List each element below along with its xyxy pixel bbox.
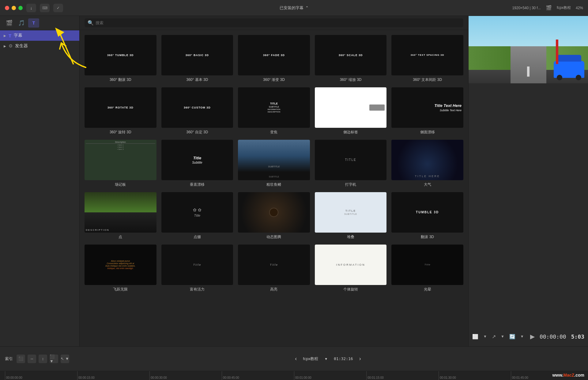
titlebar-center: 已安装的字幕 ⌃ [280, 5, 309, 11]
analyze-dropdown[interactable]: ▼ [520, 334, 524, 339]
tick-4: 00:01:00:00 [294, 371, 366, 380]
thumb-tumble-3d: TUMBLE 3D [391, 192, 463, 233]
search-input[interactable] [96, 21, 460, 25]
list-item[interactable]: Title Text Here Subtitle Text Here 侧面漂移 [391, 87, 463, 135]
clip-height-button[interactable]: ↕ [39, 355, 47, 363]
transform-button[interactable]: ↗ [492, 334, 496, 340]
video-scene [469, 16, 588, 83]
label-bold-scroll: 粗壮鱼鳍 [238, 182, 310, 187]
tick-3: 00:00:45:00 [222, 371, 294, 380]
download-button[interactable]: ↓ [26, 4, 36, 12]
installed-captions-label: 已安装的字幕 [280, 5, 303, 11]
list-item[interactable]: SUBTITLE SUBTITLE 粗壮鱼鳍 [238, 140, 310, 187]
list-item[interactable]: Title Subtitle 垂直漂移 [161, 140, 233, 187]
tick-6: 00:01:30:00 [439, 371, 511, 380]
preview-video [469, 16, 588, 83]
index-label[interactable]: 索引 [5, 356, 13, 362]
browser-area: 🔍 360° TUMBLE 3D 360° 翻滚 3D 360° BASIC 3… [80, 16, 469, 346]
check-button[interactable]: ✓ [53, 4, 63, 12]
label-360-rotate-3d: 360° 旋转 3D [85, 130, 156, 135]
sidebar: 🎬 🎵 T ▶ T 字幕 ▶ ⚙ 发生器 [0, 16, 80, 346]
list-item[interactable]: Title 富有活力 [161, 245, 233, 292]
expand-arrow-2: ▶ [4, 44, 6, 48]
minimize-button[interactable] [12, 6, 16, 10]
clip-appearance-button[interactable]: ⬛ [17, 355, 25, 363]
tab-media[interactable]: 🎬 [4, 18, 15, 28]
list-item[interactable]: TITLE SUBTITLE 堆叠 [315, 192, 387, 240]
list-item[interactable]: ✿ ✿ Title 点缀 [161, 192, 233, 240]
list-item[interactable]: TUMBLE 3D 翻滚 3D [391, 192, 463, 240]
thumb-individual-rotate: INFORMATION [315, 245, 387, 285]
list-item[interactable]: 侧边标签 [315, 87, 387, 135]
search-icon: 🔍 [88, 20, 94, 26]
sidebar-item-generators[interactable]: ▶ ⚙ 发生器 [0, 41, 79, 51]
watermark-prefix: www. [552, 373, 563, 378]
label-360-tumble-3d: 360° 翻滚 3D [85, 77, 156, 82]
list-item[interactable]: 360° SCALE 3D 360° 缩放 3D [315, 35, 387, 82]
thumb-360-custom-3d: 360° CUSTOM 3D [161, 87, 233, 128]
label-side-float: 侧面漂移 [391, 130, 463, 135]
nav-right-button[interactable]: › [359, 355, 361, 362]
view-options-button[interactable]: ⬛ ▼ [50, 355, 58, 363]
list-item[interactable]: 360° ROTATE 3D 360° 旋转 3D [85, 87, 156, 135]
preview-area: ⬜ ▼ ↗ ▼ 🔄 ▼ ▶ 00:00:00 5:03 [469, 16, 588, 346]
list-item[interactable]: Title 高亮 [238, 245, 310, 292]
list-item[interactable]: 360° CUSTOM 3D 360° 自定 3D [161, 87, 233, 135]
label-360-basic-3d: 360° 基本 3D [161, 77, 233, 82]
dropdown-arrow[interactable]: ⌃ [305, 6, 309, 10]
list-item[interactable]: Abus volutpat purus Consectetur adipisci… [85, 245, 156, 292]
select-tool[interactable]: ↖ ▼ [61, 355, 69, 363]
list-item[interactable]: 360° TEXT SPACING 3D 360° 文本间距 3D [391, 35, 463, 82]
list-item[interactable]: 360° BASIC 3D 360° 基本 3D [161, 35, 233, 82]
tick-0: 00:00:00:00 [5, 371, 77, 380]
timestamp-label: 01:32:16 [334, 356, 353, 361]
list-item[interactable]: 动态图腾 [238, 192, 310, 240]
thumb-typewriter: TITLE [315, 140, 387, 180]
label-vertical-drift: 垂直漂移 [161, 182, 233, 187]
sidebar-item-captions[interactable]: ▶ T 字幕 [0, 30, 79, 41]
transform-dropdown[interactable]: ▼ [501, 334, 504, 339]
tick-1: 00:00:15:00 [77, 371, 149, 380]
crop-button[interactable]: ⬜ [472, 334, 478, 340]
list-item[interactable]: 360° FADE 3D 360° 渐变 3D [238, 35, 310, 82]
label-360-scale-3d: 360° 缩放 3D [315, 77, 387, 82]
label-fly-unlimited: 飞跃无限 [85, 287, 156, 292]
titlebar: ↓ ⌨ ✓ 已安装的字幕 ⌃ 1920×540 | 30 f... 🎬 fcpx… [0, 0, 588, 16]
watermark-brand: MacZ [564, 373, 575, 378]
list-item[interactable]: INFORMATION 个体旋转 [315, 245, 387, 292]
maximize-button[interactable] [18, 6, 23, 10]
label-lively: 富有活力 [161, 287, 233, 292]
thumb-side-label [315, 87, 387, 128]
tick-5: 00:01:15:00 [366, 371, 439, 380]
thumb-360-scale-3d: 360° SCALE 3D [315, 35, 387, 75]
tab-audio[interactable]: 🎵 [16, 18, 27, 28]
list-item[interactable]: Title 光晕 [391, 245, 463, 292]
thumb-fly-unlimited: Abus volutpat purus Consectetur adipisci… [85, 245, 156, 285]
label-360-fade-3d: 360° 渐变 3D [238, 77, 310, 82]
list-item[interactable]: TITLE 打字机 [315, 140, 387, 187]
bottom-bar: 索引 ⬛ ↔ ↕ ⬛ ▼ ↖ ▼ ‹ fcpx教程 ▼ 01:32:16 › [0, 346, 588, 371]
video-icon: 🎬 [546, 5, 552, 11]
project-dropdown[interactable]: ▼ [324, 357, 328, 361]
list-item[interactable]: Description • Item 1 • Item 2 • Item 3 场… [85, 140, 156, 187]
list-item[interactable]: 360° TUMBLE 3D 360° 翻滚 3D [85, 35, 156, 82]
list-item[interactable]: DESCRIPTION 点 [85, 192, 156, 240]
nav-left-button[interactable]: ‹ [295, 355, 297, 362]
key-button[interactable]: ⌨ [40, 4, 50, 12]
thumb-clapboard: Description • Item 1 • Item 2 • Item 3 [85, 140, 156, 180]
thumb-dynamic-totem [238, 192, 310, 233]
close-button[interactable] [5, 6, 9, 10]
label-360-custom-3d: 360° 自定 3D [161, 130, 233, 135]
bottom-center: ‹ fcpx教程 ▼ 01:32:16 › [73, 355, 583, 362]
list-item[interactable]: TITLE HERE 大气 [391, 140, 463, 187]
play-button[interactable]: ▶ [530, 333, 535, 340]
list-item[interactable]: TITLE SUBTITLE INFORMATION DESCRIPTION 变… [238, 87, 310, 135]
tab-titles[interactable]: T [28, 18, 39, 28]
label-tumble-3d: 翻滚 3D [391, 234, 463, 240]
label-dots: 点 [85, 234, 156, 240]
watermark: www.MacZ.com [552, 373, 584, 378]
crop-dropdown[interactable]: ▼ [483, 334, 487, 339]
analyze-button[interactable]: 🔄 [509, 334, 515, 340]
zoom-to-fit-button[interactable]: ↔ [28, 355, 36, 363]
search-input-wrap[interactable]: 🔍 [85, 18, 463, 27]
